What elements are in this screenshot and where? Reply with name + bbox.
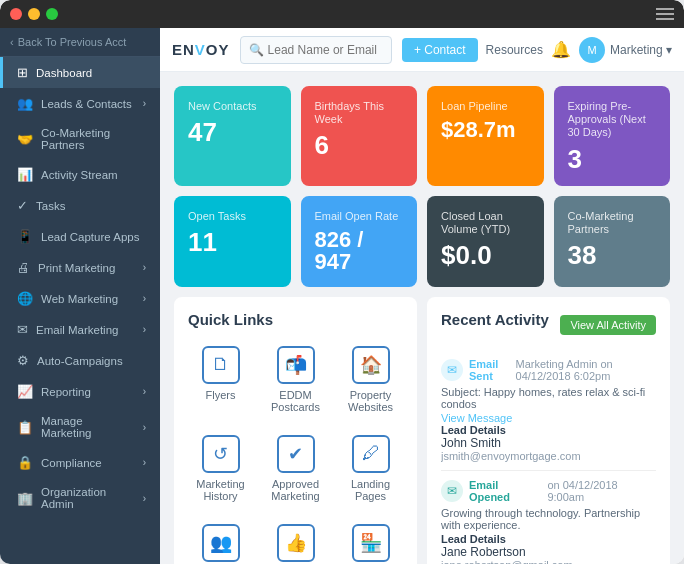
sidebar-item-activity-stream[interactable]: 📊 Activity Stream [0, 159, 160, 190]
back-button[interactable]: ‹ Back To Previous Acct [10, 36, 126, 48]
quick-link-landing-pages[interactable]: 🖊 Landing Pages [338, 429, 403, 508]
sidebar-item-compliance[interactable]: 🔒 Compliance › [0, 447, 160, 478]
title-bar [0, 0, 684, 28]
chevron-down-icon: › [143, 457, 146, 468]
stat-card-3: Expiring Pre-Approvals (Next 30 Days) 3 [554, 86, 671, 186]
quick-link-flyers[interactable]: 🗋 Flyers [188, 340, 253, 419]
sidebar-icon: 📱 [17, 229, 33, 244]
contact-button[interactable]: + Contact [402, 38, 478, 62]
chevron-down-icon: › [143, 422, 146, 433]
stat-card-0: New Contacts 47 [174, 86, 291, 186]
training-icon: 👍 [285, 532, 307, 554]
quick-link-label: Marketing History [192, 478, 249, 502]
sidebar-item-label: Leads & Contacts [41, 98, 132, 110]
quick-link-icon: 📬 [277, 346, 315, 384]
top-nav: ENVOY 🔍 + Contact Resources 🔔 M Marketin… [160, 28, 684, 72]
lead-email: jsmith@envoymortgage.com [441, 450, 656, 462]
quick-link-marketing-history[interactable]: ↺ Marketing History [188, 429, 253, 508]
stat-card-1: Birthdays This Week 6 [301, 86, 418, 186]
sidebar-item-label: Compliance [41, 457, 102, 469]
card-value: 3 [568, 146, 657, 172]
resources-link[interactable]: Resources [486, 43, 543, 57]
view-message-link[interactable]: View Message [441, 412, 656, 424]
sidebar-icon: 📈 [17, 384, 33, 399]
marketing email-icon: 👥 [210, 532, 232, 554]
quick-link-label: Property Websites [342, 389, 399, 413]
sidebar-item-label: Activity Stream [41, 169, 118, 181]
sidebar-item-manage-marketing[interactable]: 📋 Manage Marketing › [0, 407, 160, 447]
stat-card-6: Closed Loan Volume (YTD) $0.0 [427, 196, 544, 287]
activity-scroll[interactable]: ✉ Email Sent Marketing Admin on 04/12/20… [441, 350, 656, 564]
sidebar-icon: 🔒 [17, 455, 33, 470]
sidebar-item-label: Reporting [41, 386, 91, 398]
sidebar-item-web-marketing[interactable]: 🌐 Web Marketing › [0, 283, 160, 314]
chevron-down-icon: › [143, 293, 146, 304]
quick-link-envoy-store[interactable]: 🏪 Envoy Store [338, 518, 403, 564]
maximize-dot[interactable] [46, 8, 58, 20]
recent-activity-panel: Recent Activity View All Activity ✉ Emai… [427, 297, 670, 564]
sidebar-icon: 👥 [17, 96, 33, 111]
sidebar-icon: ⚙ [17, 353, 29, 368]
search-icon: 🔍 [249, 43, 264, 57]
activity-item-1: ✉ Email Opened on 04/12/2018 9:00am Grow… [441, 471, 656, 564]
landing pages-icon: 🖊 [362, 443, 380, 464]
quick-links-grid: 🗋 Flyers📬 EDDM Postcards🏠 Property Websi… [188, 340, 403, 564]
quick-link-property-websites[interactable]: 🏠 Property Websites [338, 340, 403, 419]
sidebar-item-reporting[interactable]: 📈 Reporting › [0, 376, 160, 407]
chevron-down-icon: › [143, 493, 146, 504]
flyers-icon: 🗋 [212, 354, 230, 375]
minimize-dot[interactable] [28, 8, 40, 20]
sidebar-item-print-marketing[interactable]: 🖨 Print Marketing › [0, 252, 160, 283]
sidebar-item-label: Print Marketing [38, 262, 115, 274]
card-value: 38 [568, 242, 657, 268]
sidebar-item-tasks[interactable]: ✓ Tasks [0, 190, 160, 221]
close-dot[interactable] [10, 8, 22, 20]
sidebar-icon: 🖨 [17, 260, 30, 275]
hamburger-menu[interactable] [656, 8, 674, 20]
quick-link-eddm-postcards[interactable]: 📬 EDDM Postcards [263, 340, 328, 419]
bottom-section: Quick Links 🗋 Flyers📬 EDDM Postcards🏠 Pr… [174, 297, 670, 564]
search-input[interactable] [268, 43, 383, 57]
card-value: $28.7m [441, 119, 530, 141]
sidebar-item-lead-capture-apps[interactable]: 📱 Lead Capture Apps [0, 221, 160, 252]
sidebar-item-email-marketing[interactable]: ✉ Email Marketing › [0, 314, 160, 345]
card-value: 826 / 947 [315, 229, 404, 273]
app-container: ‹ Back To Previous Acct ⊞ Dashboard 👥 Le… [0, 0, 684, 564]
sidebar-icon: 🏢 [17, 491, 33, 506]
sidebar-item-dashboard[interactable]: ⊞ Dashboard [0, 57, 160, 88]
marketing history-icon: ↺ [213, 443, 228, 465]
sidebar-icon: 📋 [17, 420, 33, 435]
search-bar[interactable]: 🔍 [240, 36, 392, 64]
activity-meta: Marketing Admin on 04/12/2018 6:02pm [516, 358, 656, 382]
quick-links-panel: Quick Links 🗋 Flyers📬 EDDM Postcards🏠 Pr… [174, 297, 417, 564]
card-title: Closed Loan Volume (YTD) [441, 210, 530, 236]
sidebar-item-auto-campaigns[interactable]: ⚙ Auto-Campaigns [0, 345, 160, 376]
stat-card-7: Co-Marketing Partners 38 [554, 196, 671, 287]
view-all-button[interactable]: View All Activity [560, 315, 656, 335]
sidebar-item-leads-&-contacts[interactable]: 👥 Leads & Contacts › [0, 88, 160, 119]
card-value: 47 [188, 119, 277, 145]
back-label: Back To Previous Acct [18, 36, 127, 48]
card-title: Co-Marketing Partners [568, 210, 657, 236]
activity-type-label: Email Sent [469, 358, 510, 382]
quick-link-marketing-email[interactable]: 👥 Marketing Email [188, 518, 253, 564]
sidebar-item-organization-admin[interactable]: 🏢 Organization Admin › [0, 478, 160, 518]
lead-details-label: Lead Details [441, 533, 656, 545]
quick-link-icon: 🖊 [352, 435, 390, 473]
sidebar-item-label: Organization Admin [41, 486, 135, 510]
user-menu[interactable]: M Marketing ▾ [579, 37, 672, 63]
card-title: New Contacts [188, 100, 277, 113]
card-title: Email Open Rate [315, 210, 404, 223]
quick-link-label: Flyers [206, 389, 236, 401]
sidebar-icon: 🌐 [17, 291, 33, 306]
eddm postcards-icon: 📬 [285, 354, 307, 376]
bell-icon[interactable]: 🔔 [551, 40, 571, 59]
quick-link-approved-marketing[interactable]: ✔ Approved Marketing [263, 429, 328, 508]
stat-cards-row-2: Open Tasks 11Email Open Rate 826 / 947Cl… [174, 196, 670, 287]
sidebar-item-co-marketing-partners[interactable]: 🤝 Co-Marketing Partners [0, 119, 160, 159]
quick-link-training[interactable]: 👍 Training [263, 518, 328, 564]
quick-link-icon: ✔ [277, 435, 315, 473]
card-value: $0.0 [441, 242, 530, 268]
window-controls [10, 8, 58, 20]
sidebar-item-label: Manage Marketing [41, 415, 135, 439]
